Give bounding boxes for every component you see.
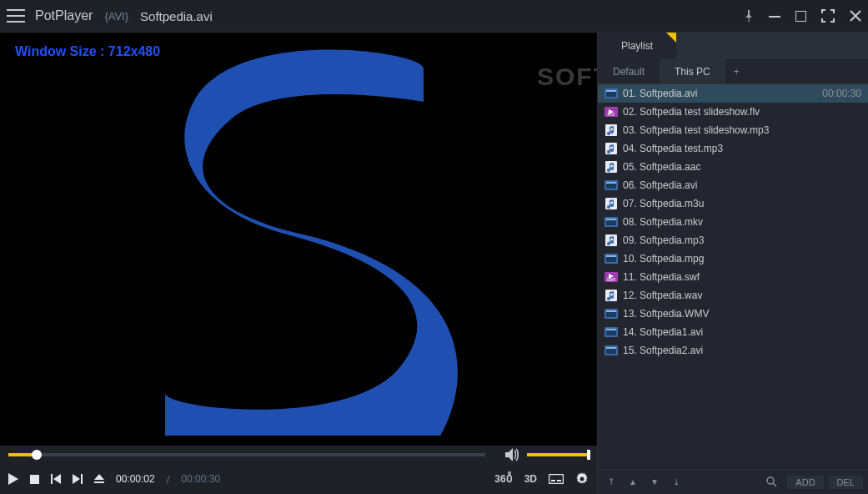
prev-button[interactable] — [51, 474, 61, 484]
file-audio-icon — [605, 234, 618, 246]
playlist-item-label: 12. Softpedia.wav — [623, 290, 861, 301]
playlist-item[interactable]: 08. Softpedia.mkv — [598, 213, 868, 231]
volume-icon[interactable] — [505, 448, 520, 461]
svg-rect-37 — [606, 329, 616, 330]
volume-slider[interactable] — [527, 453, 589, 456]
svg-rect-1 — [795, 11, 806, 22]
playlist-item[interactable]: FLV02. Softpedia test slideshow.flv — [598, 103, 868, 121]
3d-button[interactable]: 3D — [524, 473, 537, 485]
video-area[interactable]: Window Size : 712x480 SOFTPEDIA® — [0, 33, 597, 446]
search-icon[interactable] — [766, 476, 777, 487]
playlist-item-label: 13. Softpedia.WMV — [623, 308, 861, 320]
add-button[interactable]: ADD — [787, 476, 823, 489]
svg-rect-6 — [549, 475, 564, 484]
svg-rect-31 — [605, 290, 617, 301]
playlist-item[interactable]: 14. Softpedia1.avi — [598, 323, 868, 341]
svg-point-9 — [580, 477, 585, 481]
tab-empty[interactable] — [677, 33, 868, 59]
del-button[interactable]: DEL — [829, 476, 863, 489]
subtitle-button[interactable] — [549, 474, 564, 484]
move-up-button[interactable]: ▲ — [625, 474, 641, 491]
subtab-thispc[interactable]: This PC — [660, 59, 725, 83]
playlist-item-label: 08. Softpedia.mkv — [623, 216, 861, 228]
playlist-item-label: 02. Softpedia test slideshow.flv — [623, 106, 861, 118]
move-down-button[interactable]: ▼ — [646, 474, 663, 491]
next-button[interactable] — [73, 474, 83, 484]
svg-rect-24 — [606, 219, 616, 220]
svg-text:FLV: FLV — [608, 112, 615, 117]
svg-rect-25 — [605, 234, 617, 246]
stop-button[interactable] — [30, 475, 39, 484]
file-swf-icon: SWF — [605, 271, 618, 283]
playlist-item[interactable]: 13. Softpedia.WMV — [598, 305, 868, 323]
file-video-icon — [605, 216, 618, 228]
file-video-icon — [605, 88, 618, 99]
file-video-icon — [605, 345, 618, 356]
svg-rect-20 — [606, 182, 616, 184]
move-bottom-button[interactable]: ⤓ — [668, 474, 685, 491]
close-icon[interactable] — [850, 10, 861, 22]
svg-rect-8 — [557, 480, 561, 481]
playlist-item-label: 06. Softpedia.avi — [623, 179, 861, 191]
playlist-item-label: 15. Softpedia2.avi — [623, 345, 861, 356]
playlist-item-label: 07. Softpedia.m3u — [623, 198, 861, 209]
playlist-item[interactable]: 09. Softpedia.mp3 — [598, 231, 868, 250]
seek-slider[interactable] — [8, 453, 485, 456]
video-content — [123, 43, 474, 436]
playlist-item[interactable]: 12. Softpedia.wav — [598, 286, 868, 305]
playlist-item-label: 03. Softpedia test slideshow.mp3 — [623, 124, 861, 136]
maximize-icon[interactable] — [795, 11, 806, 22]
playlist-item[interactable]: 05. Softpedia.aac — [598, 158, 868, 176]
svg-rect-12 — [606, 90, 616, 92]
tab-playlist[interactable]: Playlist — [598, 33, 677, 59]
playlist-item-label: 01. Softpedia.avi — [623, 88, 817, 99]
playlist-list[interactable]: 01. Softpedia.avi00:00:30FLV02. Softpedi… — [598, 84, 868, 469]
pin-icon[interactable] — [744, 10, 754, 22]
fullscreen-icon[interactable] — [821, 9, 835, 23]
playlist-item[interactable]: SWF11. Softpedia.swf — [598, 268, 868, 286]
svg-rect-21 — [605, 198, 617, 209]
file-video-icon — [605, 308, 618, 320]
time-sep: / — [167, 473, 170, 486]
playlist-item[interactable]: 06. Softpedia.avi — [598, 176, 868, 194]
file-audio-icon — [605, 198, 618, 209]
app-name: PotPlayer — [35, 8, 93, 23]
play-button[interactable] — [8, 473, 18, 485]
playlist-item-label: 14. Softpedia1.avi — [623, 326, 861, 338]
playlist-item-duration: 00:00:30 — [822, 88, 861, 99]
playlist-item[interactable]: 07. Softpedia.m3u — [598, 194, 868, 213]
playlist-item-label: 09. Softpedia.mp3 — [623, 234, 861, 246]
file-audio-icon — [605, 161, 618, 173]
player-panel: Window Size : 712x480 SOFTPEDIA® 00:00:0… — [0, 32, 597, 494]
file-audio-icon — [605, 143, 618, 154]
seek-thumb[interactable] — [32, 450, 42, 460]
playlist-item[interactable]: 10. Softpedia.mpg — [598, 250, 868, 268]
playlist-item[interactable]: 03. Softpedia test slideshow.mp3 — [598, 121, 868, 139]
file-audio-icon — [605, 124, 618, 136]
svg-rect-2 — [30, 475, 39, 484]
svg-text:SWF: SWF — [606, 277, 615, 282]
file-video-icon — [605, 326, 618, 338]
playlist-item-label: 11. Softpedia.swf — [623, 271, 861, 283]
file-video-icon — [605, 179, 618, 191]
svg-rect-28 — [606, 255, 616, 257]
file-audio-icon — [605, 290, 618, 301]
playlist-item[interactable]: 15. Softpedia2.avi — [598, 341, 868, 360]
time-current: 00:00:02 — [116, 473, 155, 485]
svg-rect-4 — [81, 474, 83, 484]
playlist-item[interactable]: 01. Softpedia.avi00:00:30 — [598, 84, 868, 103]
eject-button[interactable] — [94, 474, 104, 484]
settings-button[interactable] — [575, 472, 589, 486]
menu-icon[interactable] — [7, 9, 25, 23]
file-video-icon — [605, 253, 618, 265]
playlist-item[interactable]: 04. Softpedia test.mp3 — [598, 139, 868, 158]
svg-rect-3 — [51, 474, 53, 484]
svg-rect-40 — [606, 347, 616, 349]
subtab-add[interactable]: + — [725, 59, 748, 83]
subtab-default[interactable]: Default — [598, 59, 660, 83]
move-top-button[interactable]: ⤒ — [603, 474, 620, 491]
vr360-button[interactable]: 360̊ — [494, 473, 512, 485]
playlist-item-label: 10. Softpedia.mpg — [623, 253, 861, 265]
svg-rect-0 — [769, 16, 780, 18]
minimize-icon[interactable] — [769, 10, 780, 22]
